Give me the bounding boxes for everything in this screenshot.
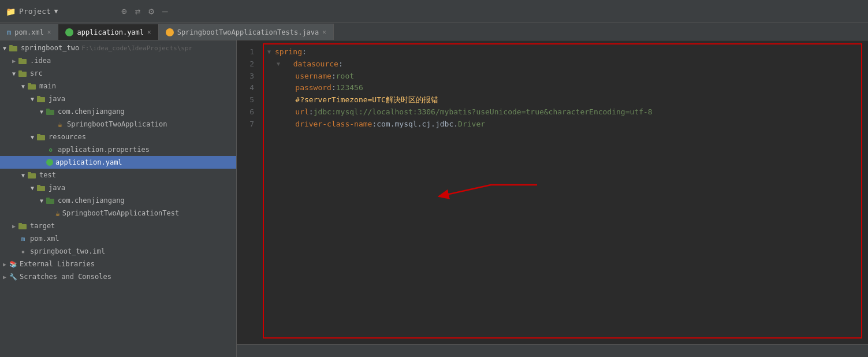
tab-pom-close[interactable]: ✕ (47, 28, 51, 36)
tree-testclass[interactable]: ☕ SpringbootTwoApplicationTest (0, 207, 236, 220)
main-arrow[interactable]: ▼ (18, 83, 28, 90)
svg-rect-13 (37, 134, 40, 136)
tree-pkg1[interactable]: ▼ com.chenjiangang (0, 105, 236, 118)
test-pkg-arrow[interactable]: ▼ (37, 198, 46, 204)
resources-folder-icon (37, 133, 46, 140)
fold-icon-2[interactable]: ▼ (275, 61, 282, 68)
project-dropdown-icon[interactable]: ▼ (54, 8, 58, 15)
line-num-5: 5 (237, 94, 254, 106)
line-num-4: 4 (237, 82, 254, 94)
code-driver-val2: Driver (458, 118, 485, 131)
tree-main[interactable]: ▼ main (0, 80, 236, 92)
code-driver-val1: com.mysql.cj.jdbc. (377, 118, 458, 131)
title-bar-left: 📁 Project ▼ (0, 7, 116, 16)
tree-springbootapp[interactable]: ☕ SpringbootTwoApplication (0, 118, 236, 131)
java-arrow[interactable]: ▼ (28, 96, 37, 102)
test-arrow[interactable]: ▼ (18, 172, 28, 178)
test-java-arrow[interactable]: ▼ (28, 185, 37, 191)
line-num-2: 2 (237, 58, 254, 70)
fold-icon-1[interactable]: ▼ (266, 49, 273, 55)
appyaml-icon (46, 159, 53, 166)
idea-folder-icon (18, 57, 28, 64)
code-colon-1: : (302, 46, 307, 58)
editor-content[interactable]: 1 2 3 4 5 6 7 ▼ spring : ▼ (237, 40, 868, 344)
line-num-3: 3 (237, 70, 254, 83)
title-bar-icons: ⊕ ⇄ ⚙ — (116, 6, 174, 17)
tab-yaml-label: application.yaml (77, 28, 144, 36)
tab-pom[interactable]: m pom.xml ✕ (0, 24, 58, 40)
code-datasource-key: datasource (293, 58, 338, 70)
project-folder-icon: 📁 (6, 7, 16, 16)
src-arrow[interactable]: ▼ (9, 70, 18, 77)
pom-file-icon: m (18, 235, 28, 243)
tree-scratches[interactable]: ▶ 🔧 Scratches and Consoles (0, 270, 236, 283)
tree-extlibs[interactable]: ▶ 📚 External Libraries (0, 258, 236, 270)
tree-appyaml[interactable]: application.yaml (0, 156, 236, 169)
springbootapp-label: SpringbootTwoApplication (67, 120, 167, 128)
tab-test[interactable]: SpringbootTwoApplicationTests.java ✕ (159, 24, 334, 40)
svg-rect-14 (28, 173, 36, 178)
minimize-icon[interactable]: — (162, 6, 168, 17)
code-username-key: username (277, 70, 331, 83)
test-java-folder-icon (37, 184, 46, 191)
tree-idea[interactable]: ▶ .idea (0, 54, 236, 67)
tab-yaml-close[interactable]: ✕ (147, 28, 151, 36)
title-bar: 📁 Project ▼ ⊕ ⇄ ⚙ — (0, 0, 868, 23)
tab-test-close[interactable]: ✕ (322, 28, 326, 36)
tree-target[interactable]: ▶ target (0, 220, 236, 232)
project-label[interactable]: Project (19, 7, 51, 16)
tree-src[interactable]: ▼ src (0, 67, 236, 80)
code-driver-key: driver-class-name (277, 118, 372, 131)
add-icon[interactable]: ⊕ (121, 6, 127, 17)
test-pkg-label: com.chenjiangang (58, 196, 125, 204)
editor-area: 1 2 3 4 5 6 7 ▼ spring : ▼ (237, 40, 868, 357)
svg-rect-9 (37, 96, 40, 98)
tree-test[interactable]: ▼ test (0, 169, 236, 181)
appprops-label: application.properties (58, 146, 150, 154)
tree-iml[interactable]: ▪ springboot_two.iml (0, 245, 236, 258)
settings-icon[interactable]: ⚙ (148, 6, 154, 17)
resources-arrow[interactable]: ▼ (28, 134, 37, 140)
svg-rect-15 (28, 172, 31, 174)
tree-root[interactable]: ▼ springboot_two F:\idea_code\IdeaProjec… (0, 42, 236, 54)
code-comment: #?serverTimezone=UTC解决时区的报错 (277, 94, 438, 106)
svg-rect-12 (37, 135, 45, 140)
target-arrow[interactable]: ▶ (9, 223, 18, 229)
code-lines[interactable]: ▼ spring : ▼ datasource : username : (260, 46, 868, 339)
code-colon-2: : (338, 58, 343, 70)
pkg1-arrow[interactable]: ▼ (37, 109, 46, 115)
code-line-6: url : jdbc:mysql://localhost:3306/mybati… (266, 106, 868, 118)
tree-appprops[interactable]: ⚙ application.properties (0, 143, 236, 156)
java-label: java (49, 95, 65, 103)
tree-java[interactable]: ▼ java (0, 92, 236, 105)
tree-test-java[interactable]: ▼ java (0, 181, 236, 194)
code-line-4: password : 123456 (266, 82, 868, 94)
extlibs-arrow[interactable]: ▶ (0, 261, 9, 267)
tabs-bar: m pom.xml ✕ application.yaml ✕ Springboo… (0, 23, 868, 40)
extlibs-label: External Libraries (20, 260, 95, 268)
line-num-1: 1 (237, 46, 254, 58)
line-num-6: 6 (237, 106, 254, 118)
svg-rect-5 (18, 70, 22, 72)
main-label: main (39, 82, 56, 90)
code-line-1: ▼ spring : (266, 46, 868, 58)
code-url-key: url (277, 106, 309, 118)
tree-resources[interactable]: ▼ resources (0, 131, 236, 143)
root-arrow[interactable]: ▼ (0, 45, 9, 51)
root-path: F:\idea_code\IdeaProjects\spr (81, 44, 192, 52)
idea-arrow[interactable]: ▶ (9, 58, 18, 64)
tab-yaml[interactable]: application.yaml ✕ (58, 24, 158, 40)
svg-rect-2 (18, 59, 27, 64)
pom-label: pom.xml (30, 235, 59, 243)
code-spring-key: spring (275, 46, 302, 58)
resources-label: resources (49, 133, 86, 141)
main-folder-icon (28, 83, 37, 90)
root-label: springboot_two (21, 44, 79, 52)
tree-pom[interactable]: m pom.xml (0, 232, 236, 245)
test-label: test (39, 171, 56, 179)
scratches-arrow[interactable]: ▶ (0, 274, 9, 280)
sync-icon[interactable]: ⇄ (135, 6, 141, 17)
iml-icon: ▪ (18, 248, 28, 255)
tab-test-label: SpringbootTwoApplicationTests.java (177, 28, 319, 36)
tree-test-pkg[interactable]: ▼ com.chenjiangang (0, 194, 236, 207)
